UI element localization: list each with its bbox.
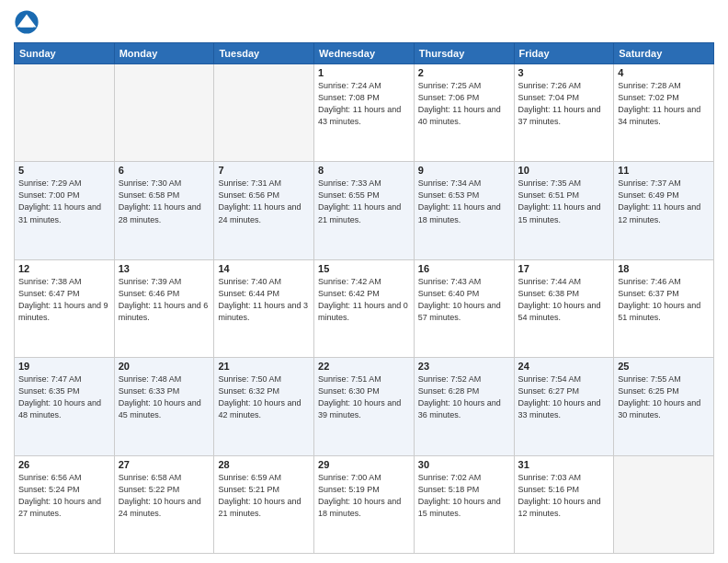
calendar-cell: 2Sunrise: 7:25 AMSunset: 7:06 PMDaylight…: [414, 64, 514, 162]
day-number: 12: [18, 263, 110, 274]
day-info: Sunrise: 7:33 AMSunset: 6:55 PMDaylight:…: [318, 178, 410, 225]
calendar-cell: 17Sunrise: 7:44 AMSunset: 6:38 PMDayligh…: [514, 259, 614, 357]
day-info: Sunrise: 6:56 AMSunset: 5:24 PMDaylight:…: [18, 472, 110, 520]
day-info: Sunrise: 7:50 AMSunset: 6:32 PMDaylight:…: [218, 373, 310, 421]
logo-icon: [14, 9, 40, 35]
calendar-cell: 12Sunrise: 7:38 AMSunset: 6:47 PMDayligh…: [15, 259, 115, 357]
day-info: Sunrise: 7:31 AMSunset: 6:56 PMDaylight:…: [218, 178, 310, 225]
calendar-cell: [614, 455, 714, 553]
calendar-cell: [114, 64, 214, 162]
day-info: Sunrise: 7:37 AMSunset: 6:49 PMDaylight:…: [618, 178, 710, 225]
day-number: 8: [318, 165, 410, 176]
calendar-cell: 14Sunrise: 7:40 AMSunset: 6:44 PMDayligh…: [214, 259, 314, 357]
calendar-cell: 31Sunrise: 7:03 AMSunset: 5:16 PMDayligh…: [514, 455, 614, 553]
col-header-saturday: Saturday: [614, 43, 714, 64]
day-info: Sunrise: 7:54 AMSunset: 6:27 PMDaylight:…: [518, 373, 610, 421]
header: [14, 9, 714, 35]
day-number: 4: [618, 67, 710, 78]
day-info: Sunrise: 7:44 AMSunset: 6:38 PMDaylight:…: [518, 276, 610, 324]
day-number: 1: [318, 67, 410, 78]
calendar-cell: 6Sunrise: 7:30 AMSunset: 6:58 PMDaylight…: [114, 162, 214, 259]
calendar-cell: 23Sunrise: 7:52 AMSunset: 6:28 PMDayligh…: [414, 358, 514, 455]
calendar-cell: 9Sunrise: 7:34 AMSunset: 6:53 PMDaylight…: [414, 162, 514, 259]
day-info: Sunrise: 7:40 AMSunset: 6:44 PMDaylight:…: [218, 276, 310, 324]
calendar-cell: [214, 64, 314, 162]
day-info: Sunrise: 7:00 AMSunset: 5:19 PMDaylight:…: [318, 472, 410, 520]
calendar-cell: 21Sunrise: 7:50 AMSunset: 6:32 PMDayligh…: [214, 358, 314, 455]
page: SundayMondayTuesdayWednesdayThursdayFrid…: [0, 0, 728, 563]
calendar-cell: 24Sunrise: 7:54 AMSunset: 6:27 PMDayligh…: [514, 358, 614, 455]
day-info: Sunrise: 7:30 AMSunset: 6:58 PMDaylight:…: [119, 178, 210, 225]
calendar-cell: 15Sunrise: 7:42 AMSunset: 6:42 PMDayligh…: [314, 259, 415, 357]
day-number: 3: [518, 67, 610, 78]
calendar-cell: [15, 64, 115, 162]
day-number: 10: [518, 165, 610, 176]
calendar-cell: 3Sunrise: 7:26 AMSunset: 7:04 PMDaylight…: [514, 64, 614, 162]
day-info: Sunrise: 7:03 AMSunset: 5:16 PMDaylight:…: [518, 472, 610, 520]
day-info: Sunrise: 6:58 AMSunset: 5:22 PMDaylight:…: [119, 472, 210, 520]
day-info: Sunrise: 7:29 AMSunset: 7:00 PMDaylight:…: [18, 178, 110, 225]
day-number: 23: [418, 361, 510, 372]
logo: [14, 9, 41, 35]
calendar-cell: 18Sunrise: 7:46 AMSunset: 6:37 PMDayligh…: [614, 259, 714, 357]
calendar-cell: 20Sunrise: 7:48 AMSunset: 6:33 PMDayligh…: [114, 358, 214, 455]
day-number: 28: [218, 459, 310, 470]
svg-rect-2: [20, 25, 33, 28]
calendar-cell: 11Sunrise: 7:37 AMSunset: 6:49 PMDayligh…: [614, 162, 714, 259]
day-number: 24: [518, 361, 610, 372]
day-number: 21: [218, 361, 310, 372]
day-number: 22: [318, 361, 410, 372]
calendar-cell: 16Sunrise: 7:43 AMSunset: 6:40 PMDayligh…: [414, 259, 514, 357]
calendar-cell: 29Sunrise: 7:00 AMSunset: 5:19 PMDayligh…: [314, 455, 415, 553]
day-info: Sunrise: 7:51 AMSunset: 6:30 PMDaylight:…: [318, 373, 410, 421]
day-info: Sunrise: 7:52 AMSunset: 6:28 PMDaylight:…: [418, 373, 510, 421]
calendar-cell: 13Sunrise: 7:39 AMSunset: 6:46 PMDayligh…: [114, 259, 214, 357]
day-number: 16: [418, 263, 510, 274]
day-info: Sunrise: 7:48 AMSunset: 6:33 PMDaylight:…: [119, 373, 210, 421]
day-number: 13: [119, 263, 210, 274]
calendar-cell: 26Sunrise: 6:56 AMSunset: 5:24 PMDayligh…: [15, 455, 115, 553]
col-header-tuesday: Tuesday: [214, 43, 314, 64]
day-info: Sunrise: 7:02 AMSunset: 5:18 PMDaylight:…: [418, 472, 510, 520]
day-info: Sunrise: 7:24 AMSunset: 7:08 PMDaylight:…: [318, 80, 410, 128]
day-number: 20: [119, 361, 210, 372]
day-number: 6: [119, 165, 210, 176]
calendar-cell: 19Sunrise: 7:47 AMSunset: 6:35 PMDayligh…: [15, 358, 115, 455]
day-info: Sunrise: 7:28 AMSunset: 7:02 PMDaylight:…: [618, 80, 710, 128]
day-number: 19: [18, 361, 110, 372]
day-number: 5: [18, 165, 110, 176]
day-info: Sunrise: 7:34 AMSunset: 6:53 PMDaylight:…: [418, 178, 510, 225]
calendar-cell: 7Sunrise: 7:31 AMSunset: 6:56 PMDaylight…: [214, 162, 314, 259]
day-number: 29: [318, 459, 410, 470]
day-number: 26: [18, 459, 110, 470]
calendar-cell: 5Sunrise: 7:29 AMSunset: 7:00 PMDaylight…: [15, 162, 115, 259]
day-info: Sunrise: 7:38 AMSunset: 6:47 PMDaylight:…: [18, 276, 110, 324]
day-info: Sunrise: 7:26 AMSunset: 7:04 PMDaylight:…: [518, 80, 610, 128]
day-number: 17: [518, 263, 610, 274]
calendar-cell: 30Sunrise: 7:02 AMSunset: 5:18 PMDayligh…: [414, 455, 514, 553]
day-number: 25: [618, 361, 710, 372]
day-number: 11: [618, 165, 710, 176]
calendar-cell: 8Sunrise: 7:33 AMSunset: 6:55 PMDaylight…: [314, 162, 415, 259]
calendar-cell: 27Sunrise: 6:58 AMSunset: 5:22 PMDayligh…: [114, 455, 214, 553]
calendar-cell: 10Sunrise: 7:35 AMSunset: 6:51 PMDayligh…: [514, 162, 614, 259]
day-info: Sunrise: 7:39 AMSunset: 6:46 PMDaylight:…: [119, 276, 210, 324]
day-number: 18: [618, 263, 710, 274]
calendar-cell: 1Sunrise: 7:24 AMSunset: 7:08 PMDaylight…: [314, 64, 415, 162]
day-info: Sunrise: 7:25 AMSunset: 7:06 PMDaylight:…: [418, 80, 510, 128]
col-header-thursday: Thursday: [414, 43, 514, 64]
day-info: Sunrise: 7:46 AMSunset: 6:37 PMDaylight:…: [618, 276, 710, 324]
day-info: Sunrise: 7:43 AMSunset: 6:40 PMDaylight:…: [418, 276, 510, 324]
calendar-cell: 25Sunrise: 7:55 AMSunset: 6:25 PMDayligh…: [614, 358, 714, 455]
day-number: 15: [318, 263, 410, 274]
day-info: Sunrise: 6:59 AMSunset: 5:21 PMDaylight:…: [218, 472, 310, 520]
day-info: Sunrise: 7:35 AMSunset: 6:51 PMDaylight:…: [518, 178, 610, 225]
calendar-cell: 4Sunrise: 7:28 AMSunset: 7:02 PMDaylight…: [614, 64, 714, 162]
day-number: 30: [418, 459, 510, 470]
day-number: 31: [518, 459, 610, 470]
day-info: Sunrise: 7:47 AMSunset: 6:35 PMDaylight:…: [18, 373, 110, 421]
day-number: 7: [218, 165, 310, 176]
calendar-cell: 22Sunrise: 7:51 AMSunset: 6:30 PMDayligh…: [314, 358, 415, 455]
day-number: 2: [418, 67, 510, 78]
day-number: 14: [218, 263, 310, 274]
